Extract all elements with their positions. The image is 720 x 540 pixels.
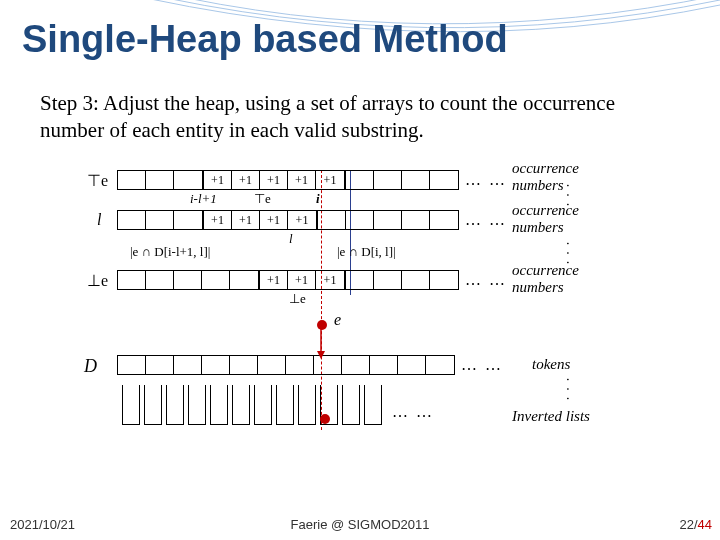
cell: +1	[260, 271, 288, 289]
empty-cell	[202, 356, 230, 374]
row-l-trailing	[317, 210, 459, 230]
cell: +1	[204, 171, 232, 189]
row-top-leading	[117, 170, 203, 190]
empty-cell	[118, 271, 146, 289]
e-label: e	[334, 311, 341, 329]
dots: … …	[465, 171, 507, 189]
dots: … …	[465, 271, 507, 289]
cell: +1	[232, 211, 260, 229]
annot-i-l-plus-1: i-l+1	[190, 191, 217, 207]
empty-cell	[118, 211, 146, 229]
empty-cell	[318, 211, 346, 229]
arrow-down-icon	[317, 325, 329, 359]
empty-cell	[374, 171, 402, 189]
d-cells	[117, 355, 455, 375]
empty-cell	[146, 211, 174, 229]
dots: … …	[465, 211, 507, 229]
row-bot-label: ⊥e	[87, 271, 108, 290]
inverted-list-box	[188, 385, 206, 425]
annot-bot-e-small: ⊥e	[289, 291, 306, 307]
cell: +1	[288, 211, 316, 229]
cell: +1	[316, 171, 344, 189]
red-dot-in-list	[320, 414, 330, 424]
footer-page: 22/44	[679, 517, 712, 532]
row-bot-right-label: occurrence numbers	[512, 262, 632, 296]
row-d: … …	[117, 355, 509, 375]
svg-marker-1	[317, 351, 325, 359]
cell: +1	[260, 171, 288, 189]
empty-cell	[346, 171, 374, 189]
page-current: 22	[679, 517, 693, 532]
row-l-right-label: occurrence numbers	[512, 202, 632, 236]
empty-cell	[374, 211, 402, 229]
row-top-trailing	[345, 170, 459, 190]
footer-date: 2021/10/21	[10, 517, 75, 532]
inverted-list-box	[122, 385, 140, 425]
empty-cell	[230, 356, 258, 374]
empty-cell	[174, 211, 202, 229]
dots: … …	[392, 403, 434, 421]
empty-cell	[258, 356, 286, 374]
empty-cell	[174, 271, 202, 289]
empty-cell	[346, 271, 374, 289]
inverted-lists-row: … …	[122, 385, 440, 425]
row-l-values: +1 +1 +1 +1	[203, 210, 317, 230]
row-top-label: ⊤e	[87, 171, 108, 190]
inverted-list-box	[232, 385, 250, 425]
diagram: ⊤e +1 +1 +1 +1 +1 … … occurrence nu	[92, 170, 632, 490]
inverted-list-box	[298, 385, 316, 425]
empty-cell	[430, 171, 458, 189]
inverted-list-box	[364, 385, 382, 425]
dots: … …	[461, 356, 503, 374]
cell: +1	[288, 271, 316, 289]
empty-cell	[146, 171, 174, 189]
vertical-dots-3: ···	[559, 378, 575, 407]
row-top: +1 +1 +1 +1 +1 … …	[117, 170, 513, 190]
row-l-label: l	[97, 211, 101, 229]
annot-i: i	[316, 191, 320, 207]
inverted-list-box	[210, 385, 228, 425]
empty-cell	[374, 271, 402, 289]
empty-cell	[346, 211, 374, 229]
empty-cell	[202, 271, 230, 289]
cell: +1	[232, 171, 260, 189]
empty-cell	[430, 271, 458, 289]
empty-cell	[342, 356, 370, 374]
empty-cell	[426, 356, 454, 374]
empty-cell	[398, 356, 426, 374]
cell: +1	[204, 211, 232, 229]
inverted-lists-label: Inverted lists	[512, 408, 590, 425]
slide-title: Single-Heap based Method	[22, 18, 508, 61]
cell: +1	[288, 171, 316, 189]
inverted-list-box	[254, 385, 272, 425]
brace-right-label: |e ∩ D[i, l]|	[337, 244, 396, 260]
row-bot: +1 +1 +1 … …	[117, 270, 513, 290]
row-l-leading	[117, 210, 203, 230]
empty-cell	[402, 171, 430, 189]
row-bot-leading	[117, 270, 259, 290]
annot-top-e: ⊤e	[254, 191, 271, 207]
empty-cell	[118, 171, 146, 189]
row-bot-trailing	[345, 270, 459, 290]
row-bot-values: +1 +1 +1	[259, 270, 345, 290]
annot-l-small: l	[289, 231, 293, 247]
empty-cell	[174, 171, 202, 189]
empty-cell	[230, 271, 258, 289]
empty-cell	[146, 356, 174, 374]
page-total: 44	[698, 517, 712, 532]
inverted-list-box	[276, 385, 294, 425]
d-label: D	[84, 356, 97, 377]
row-top-values: +1 +1 +1 +1 +1	[203, 170, 345, 190]
slide: Single-Heap based Method Step 3: Adjust …	[0, 0, 720, 540]
empty-cell	[174, 356, 202, 374]
empty-cell	[402, 211, 430, 229]
cell: +1	[316, 271, 344, 289]
tokens-label: tokens	[532, 356, 570, 373]
row-l: +1 +1 +1 +1 … …	[117, 210, 513, 230]
inverted-list-box	[144, 385, 162, 425]
brace-left-label: |e ∩ D[i-l+1, l]|	[130, 244, 210, 260]
empty-cell	[370, 356, 398, 374]
empty-cell	[402, 271, 430, 289]
cell: +1	[260, 211, 288, 229]
inverted-list-box	[342, 385, 360, 425]
